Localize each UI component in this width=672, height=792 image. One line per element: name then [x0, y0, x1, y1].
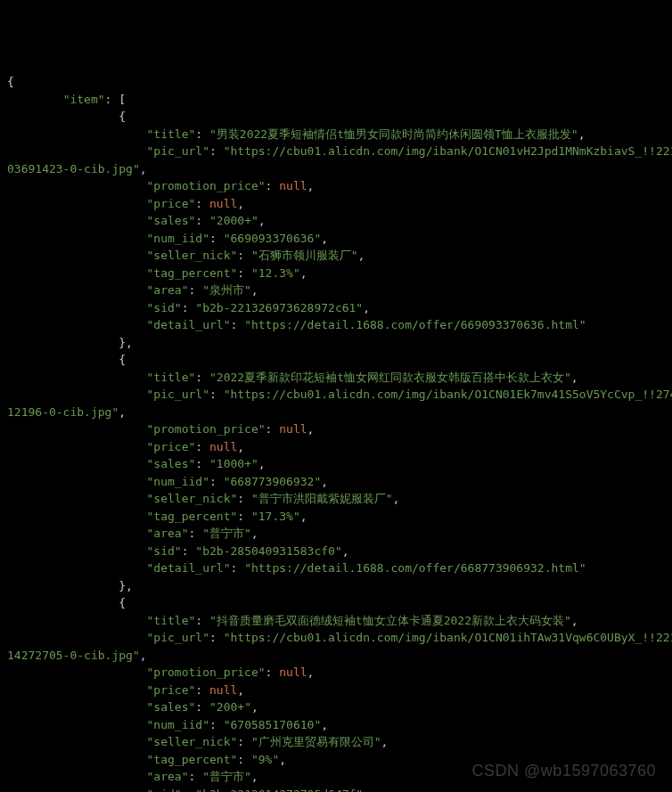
json-code-block: { "item": [ { "title": "男装2022夏季短袖情侣t恤男女… — [7, 73, 665, 792]
watermark: CSDN @wb1597063760 — [472, 759, 656, 783]
